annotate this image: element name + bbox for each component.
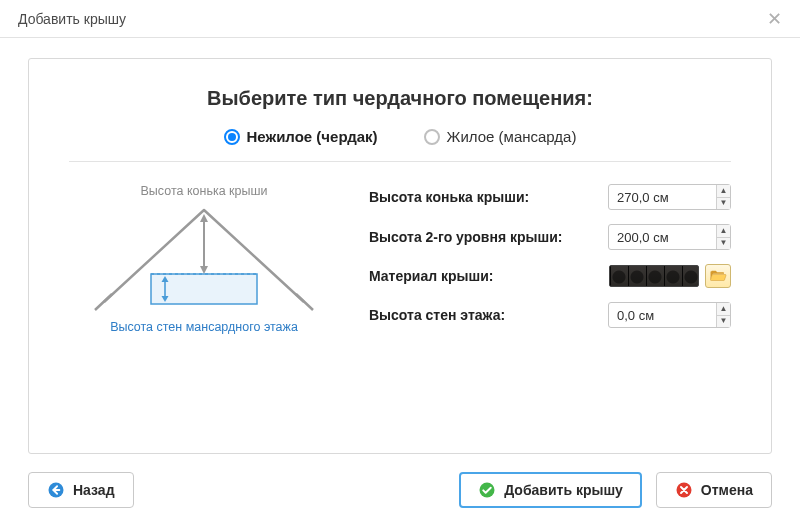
level2-height-row: Высота 2-го уровня крыши: ▲ ▼	[369, 224, 731, 250]
level2-height-label: Высота 2-го уровня крыши:	[369, 229, 562, 245]
close-icon[interactable]: ✕	[763, 6, 786, 32]
folder-open-icon	[709, 267, 727, 285]
back-button-label: Назад	[73, 482, 115, 498]
spinner-up-icon[interactable]: ▲	[717, 303, 730, 316]
ridge-height-field[interactable]	[609, 185, 716, 209]
roof-diagram-svg	[89, 202, 319, 314]
svg-rect-1	[151, 274, 257, 304]
spinner-down-icon[interactable]: ▼	[717, 198, 730, 210]
ridge-height-label: Высота конька крыши:	[369, 189, 529, 205]
roof-form: Высота конька крыши: ▲ ▼ Высота 2-го уро…	[369, 184, 731, 334]
ridge-height-row: Высота конька крыши: ▲ ▼	[369, 184, 731, 210]
title-bar: Добавить крышу ✕	[0, 0, 800, 38]
diagram-wall-caption: Высота стен мансардного этажа	[110, 320, 298, 334]
wall-height-input[interactable]: ▲ ▼	[608, 302, 731, 328]
attic-type-radio-group: Нежилое (чердак) Жилое (мансарда)	[69, 128, 731, 145]
attic-type-residential[interactable]: Жилое (мансарда)	[424, 128, 577, 145]
divider	[69, 161, 731, 162]
dialog-button-bar: Назад Добавить крышу Отмена	[28, 472, 772, 508]
radio-icon	[424, 129, 440, 145]
add-roof-button[interactable]: Добавить крышу	[459, 472, 642, 508]
material-swatch[interactable]	[609, 265, 699, 287]
cancel-button[interactable]: Отмена	[656, 472, 772, 508]
material-row: Материал крыши:	[369, 264, 731, 288]
level2-height-field[interactable]	[609, 225, 716, 249]
material-label: Материал крыши:	[369, 268, 493, 284]
radio-label: Нежилое (чердак)	[247, 128, 378, 145]
dialog-heading: Выберите тип чердачного помещения:	[69, 87, 731, 110]
add-roof-button-label: Добавить крышу	[504, 482, 623, 498]
spinner-down-icon[interactable]: ▼	[717, 238, 730, 250]
material-browse-button[interactable]	[705, 264, 731, 288]
window-title: Добавить крышу	[18, 11, 126, 27]
wall-height-row: Высота стен этажа: ▲ ▼	[369, 302, 731, 328]
ridge-height-input[interactable]: ▲ ▼	[608, 184, 731, 210]
spinner-up-icon[interactable]: ▲	[717, 225, 730, 238]
radio-label: Жилое (мансарда)	[447, 128, 577, 145]
radio-icon	[224, 129, 240, 145]
dialog-content: Выберите тип чердачного помещения: Нежил…	[28, 58, 772, 454]
diagram-ridge-caption: Высота конька крыши	[141, 184, 268, 198]
cancel-button-label: Отмена	[701, 482, 753, 498]
back-button[interactable]: Назад	[28, 472, 134, 508]
roof-diagram: Высота конька крыши Высота стен мансардн…	[69, 184, 339, 334]
spinner-up-icon[interactable]: ▲	[717, 185, 730, 198]
wall-height-field[interactable]	[609, 303, 716, 327]
spinner-down-icon[interactable]: ▼	[717, 316, 730, 328]
wall-height-label: Высота стен этажа:	[369, 307, 505, 323]
attic-type-non-residential[interactable]: Нежилое (чердак)	[224, 128, 378, 145]
arrow-left-icon	[47, 481, 65, 499]
cancel-circle-icon	[675, 481, 693, 499]
svg-point-5	[480, 483, 495, 498]
check-circle-icon	[478, 481, 496, 499]
level2-height-input[interactable]: ▲ ▼	[608, 224, 731, 250]
